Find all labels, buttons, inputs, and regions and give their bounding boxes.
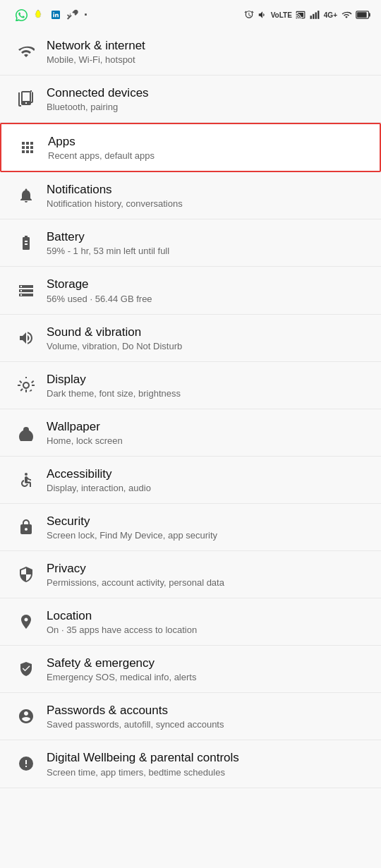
item-title-security: Security <box>47 514 370 529</box>
item-title-accessibility: Accessibility <box>47 466 370 482</box>
accessibility-icon <box>11 471 41 488</box>
passwords-icon <box>11 708 41 725</box>
item-text-apps: Apps Recent apps, default apps <box>42 134 368 161</box>
item-text-location: Location On · 35 apps have access to loc… <box>41 608 370 635</box>
settings-item-storage[interactable]: Storage 56% used · 56.44 GB free <box>0 267 381 314</box>
item-title-battery: Battery <box>47 229 370 245</box>
svg-rect-5 <box>369 13 370 16</box>
item-subtitle-passwords: Saved passwords, autofill, synced accoun… <box>47 719 370 730</box>
item-text-security: Security Screen lock, Find My Device, ap… <box>41 514 370 541</box>
svg-rect-3 <box>318 11 319 19</box>
item-subtitle-apps: Recent apps, default apps <box>48 150 368 161</box>
item-text-sound: Sound & vibration Volume, vibration, Do … <box>41 325 370 351</box>
svg-rect-2 <box>315 13 316 19</box>
item-subtitle-digital-wellbeing: Screen time, app timers, bedtime schedul… <box>47 767 370 778</box>
item-title-network: Network & internet <box>47 38 370 54</box>
svg-rect-1 <box>313 14 314 19</box>
display-icon <box>11 377 41 394</box>
devices-icon <box>11 90 41 107</box>
apps-icon <box>13 139 42 156</box>
item-text-accessibility: Accessibility Display, interaction, audi… <box>41 466 370 493</box>
item-title-notifications: Notifications <box>47 182 370 198</box>
settings-item-location[interactable]: Location On · 35 apps have access to loc… <box>0 598 381 646</box>
item-title-wallpaper: Wallpaper <box>47 419 370 435</box>
item-text-notifications: Notifications Notification history, conv… <box>41 182 370 209</box>
item-subtitle-battery: 59% - 1 hr, 53 min left until full <box>47 246 370 256</box>
item-title-connected-devices: Connected devices <box>47 85 370 101</box>
settings-list: Network & internet Mobile, Wi-Fi, hotspo… <box>0 28 381 788</box>
settings-item-notifications[interactable]: Notifications Notification history, conv… <box>0 172 381 219</box>
item-title-display: Display <box>47 372 370 387</box>
volte-icon: VoLTE <box>271 11 292 19</box>
item-text-display: Display Dark theme, font size, brightnes… <box>41 372 370 399</box>
mute-icon <box>258 10 267 20</box>
status-left: · <box>10 8 87 23</box>
wifi-icon <box>11 43 41 60</box>
item-subtitle-accessibility: Display, interaction, audio <box>47 483 370 493</box>
svg-rect-0 <box>310 16 311 19</box>
item-title-location: Location <box>47 608 370 624</box>
location-icon <box>11 613 41 630</box>
item-text-wallpaper: Wallpaper Home, lock screen <box>41 419 370 446</box>
item-text-battery: Battery 59% - 1 hr, 53 min left until fu… <box>41 229 370 256</box>
whatsapp-icon <box>16 9 28 21</box>
item-title-sound: Sound & vibration <box>47 325 370 340</box>
settings-item-apps[interactable]: Apps Recent apps, default apps <box>0 123 381 172</box>
snapchat-icon <box>33 9 44 20</box>
settings-item-privacy[interactable]: Privacy Permissions, account activity, p… <box>0 551 381 598</box>
item-text-connected-devices: Connected devices Bluetooth, pairing <box>41 85 370 112</box>
settings-item-network[interactable]: Network & internet Mobile, Wi-Fi, hotspo… <box>0 28 381 76</box>
notifications-icon <box>11 187 41 204</box>
tools-icon <box>67 9 78 20</box>
status-right: VoLTE 4G+ <box>244 10 371 20</box>
cast-icon <box>296 10 306 20</box>
settings-item-wallpaper[interactable]: Wallpaper Home, lock screen <box>0 409 381 457</box>
settings-item-security[interactable]: Security Screen lock, Find My Device, ap… <box>0 504 381 551</box>
settings-item-passwords[interactable]: Passwords & accounts Saved passwords, au… <box>0 693 381 740</box>
item-text-privacy: Privacy Permissions, account activity, p… <box>41 561 370 588</box>
item-subtitle-connected-devices: Bluetooth, pairing <box>47 102 370 112</box>
item-text-passwords: Passwords & accounts Saved passwords, au… <box>41 703 370 730</box>
item-subtitle-location: On · 35 apps have access to location <box>47 625 370 635</box>
wellbeing-icon <box>11 755 41 772</box>
item-subtitle-network: Mobile, Wi-Fi, hotspot <box>47 54 370 65</box>
storage-icon <box>11 282 41 299</box>
settings-item-accessibility[interactable]: Accessibility Display, interaction, audi… <box>0 457 381 504</box>
privacy-icon <box>11 566 41 583</box>
item-title-apps: Apps <box>48 134 368 150</box>
item-title-digital-wellbeing: Digital Wellbeing & parental controls <box>47 750 370 766</box>
settings-item-display[interactable]: Display Dark theme, font size, brightnes… <box>0 362 381 409</box>
item-subtitle-storage: 56% used · 56.44 GB free <box>47 294 370 304</box>
safety-icon <box>11 661 41 677</box>
item-subtitle-display: Dark theme, font size, brightness <box>47 388 370 399</box>
item-subtitle-wallpaper: Home, lock screen <box>47 435 370 446</box>
item-title-storage: Storage <box>47 277 370 292</box>
item-subtitle-notifications: Notification history, conversations <box>47 198 370 209</box>
linkedin-icon <box>50 9 61 20</box>
settings-item-digital-wellbeing[interactable]: Digital Wellbeing & parental controls Sc… <box>0 740 381 788</box>
wifi-icon <box>341 10 352 20</box>
wallpaper-icon <box>11 424 41 441</box>
sound-icon <box>11 330 41 346</box>
signal-icon <box>309 10 320 20</box>
status-bar: · VoLTE 4G+ <box>0 0 381 28</box>
settings-item-battery[interactable]: Battery 59% - 1 hr, 53 min left until fu… <box>0 219 381 267</box>
battery-icon <box>11 234 41 251</box>
battery-icon <box>356 10 371 20</box>
item-title-safety: Safety & emergency <box>47 656 370 671</box>
network-type-icon: 4G+ <box>324 11 337 19</box>
item-title-privacy: Privacy <box>47 561 370 577</box>
svg-rect-6 <box>357 12 367 18</box>
item-subtitle-security: Screen lock, Find My Device, app securit… <box>47 530 370 541</box>
settings-item-safety[interactable]: Safety & emergency Emergency SOS, medica… <box>0 646 381 693</box>
item-subtitle-safety: Emergency SOS, medical info, alerts <box>47 672 370 682</box>
security-icon <box>11 519 41 536</box>
item-title-passwords: Passwords & accounts <box>47 703 370 718</box>
settings-item-sound[interactable]: Sound & vibration Volume, vibration, Do … <box>0 315 381 362</box>
item-subtitle-privacy: Permissions, account activity, personal … <box>47 577 370 588</box>
item-text-network: Network & internet Mobile, Wi-Fi, hotspo… <box>41 38 370 65</box>
item-subtitle-sound: Volume, vibration, Do Not Disturb <box>47 341 370 351</box>
alarm-icon <box>244 10 254 20</box>
item-text-storage: Storage 56% used · 56.44 GB free <box>41 277 370 303</box>
settings-item-connected-devices[interactable]: Connected devices Bluetooth, pairing <box>0 76 381 123</box>
